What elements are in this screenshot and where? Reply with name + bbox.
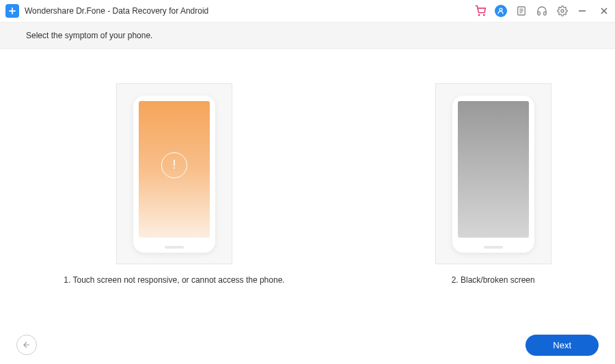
next-button[interactable]: Next — [525, 335, 599, 356]
app-title: Wondershare Dr.Fone - Data Recovery for … — [25, 6, 208, 16]
instruction-text: Select the symptom of your phone. — [0, 22, 615, 49]
back-button[interactable] — [16, 335, 37, 355]
feedback-icon[interactable] — [515, 5, 528, 17]
option2-label: 2. Black/broken screen — [452, 275, 535, 285]
phone-mock-1: ! — [133, 96, 215, 253]
options-container: ! 1. Touch screen not responsive, or can… — [0, 49, 615, 285]
footer: Next — [0, 326, 615, 364]
titlebar: Wondershare Dr.Fone - Data Recovery for … — [0, 0, 615, 22]
app-logo — [5, 4, 19, 18]
minimize-button[interactable] — [577, 5, 588, 16]
option-touch-not-responsive[interactable]: ! 1. Touch screen not responsive, or can… — [64, 83, 284, 285]
svg-point-0 — [478, 14, 479, 15]
titlebar-actions — [474, 5, 569, 17]
alert-icon: ! — [161, 152, 187, 178]
cart-icon[interactable] — [474, 5, 487, 17]
svg-point-1 — [484, 14, 484, 15]
phone-card-1: ! — [116, 83, 232, 264]
phone-mock-2 — [452, 96, 534, 253]
phone-card-2 — [435, 83, 551, 264]
user-icon[interactable] — [495, 5, 507, 17]
support-icon[interactable] — [536, 5, 548, 17]
svg-point-4 — [561, 10, 564, 12]
phone-screen-gray — [458, 101, 529, 238]
svg-point-2 — [500, 8, 502, 11]
window-controls — [577, 5, 610, 16]
option1-label: 1. Touch screen not responsive, or canno… — [64, 275, 284, 285]
settings-icon[interactable] — [556, 5, 569, 17]
option-black-broken-screen[interactable]: 2. Black/broken screen — [435, 83, 551, 285]
phone-screen-orange: ! — [139, 101, 210, 238]
close-button[interactable] — [599, 5, 610, 16]
